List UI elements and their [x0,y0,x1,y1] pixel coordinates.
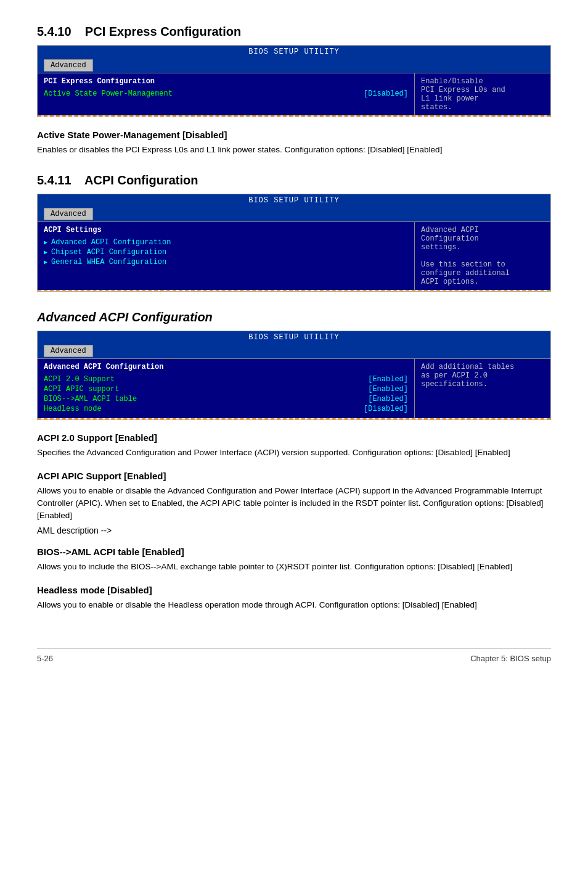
bios-section-title-acpi: ACPI Settings [44,226,408,234]
bios-dashed-pci [38,115,550,117]
desc-heading-bios-aml: BIOS-->AML ACPI table [Enabled] [37,547,551,557]
page-footer: 5-26 Chapter 5: BIOS setup [37,648,551,663]
bios-right-line-acpi-2: settings. [421,243,544,252]
bios-label-adv-acpi-3: Headless mode [44,405,102,413]
desc-heading-pci: Active State Power-Management [Disabled] [37,130,551,140]
footer-right: Chapter 5: BIOS setup [470,654,551,663]
bios-value-adv-acpi-2: [Enabled] [368,395,408,403]
bios-right-line-acpi-3 [421,252,544,260]
bios-right-line-pci-1: PCI Express L0s and [421,86,544,94]
desc-heading-headless: Headless mode [Disabled] [37,585,551,595]
bios-value-adv-acpi-0: [Enabled] [368,375,408,384]
bios-right-line-acpi-1: Configuration [421,234,544,243]
bios-right-line-pci-0: Enable/Disable [421,77,544,86]
bios-header-adv-acpi: BIOS SETUP UTILITY [38,331,550,344]
bios-item-row-adv-acpi-0: ACPI 2.0 Support [Enabled] [44,375,408,384]
bios-right-line-pci-3: states. [421,103,544,112]
bios-right-adv-acpi: Add additional tables as per ACPI 2.0 sp… [415,359,550,418]
bios-menu-item-acpi-1[interactable]: Chipset ACPI Configuration [44,248,408,257]
desc-body-pci: Enables or disables the PCI Express L0s … [37,144,551,156]
bios-value-adv-acpi-3: [Disabled] [364,405,408,413]
bios-right-line-acpi-0: Advanced ACPI [421,226,544,234]
bios-item-row-adv-acpi-3: Headless mode [Disabled] [44,405,408,413]
section-title-5410: 5.4.10 PCI Express Configuration [37,25,551,39]
desc-body-acpi-apic: Allows you to enable or disable the Adva… [37,485,551,522]
bios-body-adv-acpi: Advanced ACPI Configuration ACPI 2.0 Sup… [38,358,550,418]
bios-tab-advanced-adv-acpi[interactable]: Advanced [44,345,93,357]
bios-right-line-adv-acpi-0: Add additional tables [421,363,544,371]
bios-item-row-pci-0: Active State Power-Management [Disabled] [44,89,408,98]
adv-acpi-italic-title: Advanced ACPI Configuration [37,310,551,324]
bios-item-value-pci-0: [Disabled] [364,89,408,98]
bios-body-acpi: ACPI Settings Advanced ACPI Configuratio… [38,221,550,290]
bios-panel-acpi: BIOS SETUP UTILITY Advanced ACPI Setting… [37,194,551,292]
bios-left-acpi: ACPI Settings Advanced ACPI Configuratio… [38,222,415,290]
bios-section-title-adv-acpi: Advanced ACPI Configuration [44,363,408,371]
bios-right-line-adv-acpi-1: as per ACPI 2.0 [421,371,544,380]
bios-tab-row-adv-acpi: Advanced [38,344,550,358]
bios-right-line-pci-2: L1 link power [421,94,544,103]
bios-right-line-acpi-5: configure additional [421,269,544,278]
bios-label-adv-acpi-2: BIOS-->AML ACPI table [44,395,137,403]
bios-right-acpi: Advanced ACPI Configuration settings. Us… [415,222,550,290]
bios-label-adv-acpi-0: ACPI 2.0 Support [44,375,115,384]
desc-body-acpi20: Specifies the Advanced Configuration and… [37,447,551,459]
bios-item-row-adv-acpi-1: ACPI APIC support [Enabled] [44,385,408,394]
bios-tab-row-pci: Advanced [38,58,550,73]
bios-panel-adv-acpi: BIOS SETUP UTILITY Advanced Advanced ACP… [37,331,551,420]
bios-panel-pci: BIOS SETUP UTILITY Advanced PCI Express … [37,45,551,117]
bios-header-pci: BIOS SETUP UTILITY [38,46,550,58]
bios-tab-row-acpi: Advanced [38,207,550,221]
bios-right-pci: Enable/Disable PCI Express L0s and L1 li… [415,73,550,115]
section-title-5411: 5.4.11 ACPI Configuration [37,173,551,188]
desc-body-bios-aml: Allows you to include the BIOS-->AML exc… [37,561,551,573]
bios-left-pci: PCI Express Configuration Active State P… [38,73,415,115]
bios-header-acpi: BIOS SETUP UTILITY [38,194,550,207]
bios-value-adv-acpi-1: [Enabled] [368,385,408,394]
bios-label-adv-acpi-1: ACPI APIC support [44,385,119,394]
desc-heading-acpi-apic: ACPI APIC Support [Enabled] [37,471,551,481]
bios-left-adv-acpi: Advanced ACPI Configuration ACPI 2.0 Sup… [38,359,415,418]
bios-right-line-acpi-4: Use this section to [421,260,544,269]
bios-right-line-adv-acpi-2: specifications. [421,380,544,389]
bios-section-title-pci: PCI Express Configuration [44,77,408,86]
bios-tab-advanced-acpi[interactable]: Advanced [44,208,93,220]
bios-item-row-adv-acpi-2: BIOS-->AML ACPI table [Enabled] [44,395,408,403]
bios-dashed-adv-acpi [38,418,550,419]
bios-menu-item-acpi-0[interactable]: Advanced ACPI Configuration [44,238,408,247]
desc-heading-acpi20: ACPI 2.0 Support [Enabled] [37,432,551,443]
footer-left: 5-26 [37,654,53,663]
bios-item-label-pci-0: Active State Power-Management [44,89,173,98]
bios-tab-advanced-pci[interactable]: Advanced [44,59,93,72]
bios-body-pci: PCI Express Configuration Active State P… [38,73,550,115]
bios-menu-item-acpi-2[interactable]: General WHEA Configuration [44,258,408,266]
bios-dashed-acpi [38,290,550,291]
bios-right-line-acpi-6: ACPI options. [421,278,544,286]
desc-body-headless: Allows you to enable or disable the Head… [37,599,551,611]
